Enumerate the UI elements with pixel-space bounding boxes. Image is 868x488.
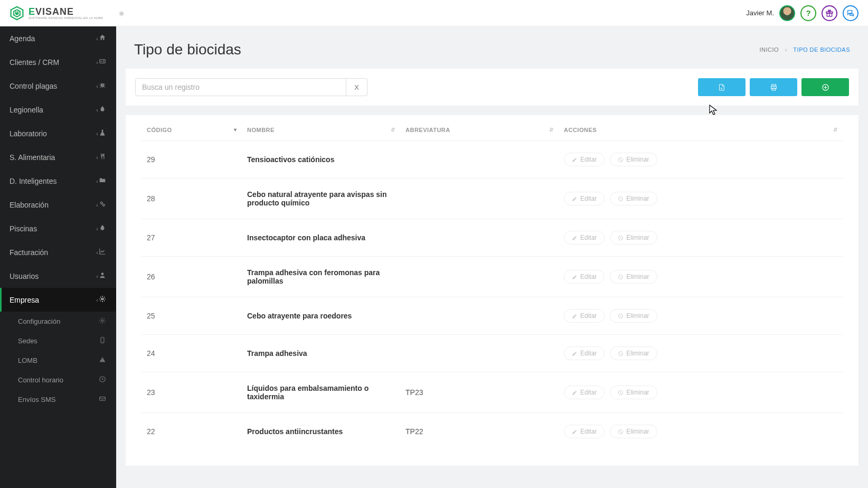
edit-button[interactable]: Editar: [564, 425, 605, 438]
sidebar-item-label: S. Alimentaria: [10, 153, 91, 162]
cell-name: Trampa adhesiva: [242, 335, 400, 372]
delete-button[interactable]: Eliminar: [610, 153, 657, 166]
breadcrumb-current[interactable]: TIPO DE BIOCIDAS: [793, 46, 850, 53]
chat-button[interactable]: [843, 5, 858, 21]
sidebar-item-clientes-crm[interactable]: Clientes / CRM ‹: [0, 50, 116, 74]
sidebar-subitem-env-os-sms[interactable]: Envíos SMS: [0, 390, 116, 409]
logo-text-rest: VISANE: [35, 6, 74, 17]
logo[interactable]: EVISANE SOFTWARE SANIDAD AMBIENTAL EN LA…: [10, 6, 103, 21]
cell-code: 22: [141, 413, 242, 451]
search-panel: X x: [126, 69, 858, 106]
search-input[interactable]: [135, 78, 346, 96]
svg-line-43: [619, 430, 622, 433]
svg-rect-20: [100, 397, 106, 401]
folder-icon: [98, 176, 107, 185]
sidebar-subitem-lomb[interactable]: LOMB: [0, 351, 116, 370]
cell-code: 23: [141, 372, 242, 413]
col-header-actions[interactable]: ACCIONES⇵: [559, 115, 843, 141]
svg-line-29: [619, 158, 622, 161]
sidebar-item-piscinas[interactable]: Piscinas ‹: [0, 217, 116, 240]
sort-icon: ⇵: [549, 127, 554, 133]
cell-code: 29: [141, 141, 242, 179]
clock-icon: [98, 376, 107, 384]
gear-icon: [98, 317, 107, 326]
svg-point-7: [101, 61, 102, 62]
delete-button[interactable]: Eliminar: [610, 270, 657, 284]
avatar[interactable]: [779, 5, 795, 21]
sidebar-subitem-control-horario[interactable]: Control horario: [0, 370, 116, 390]
sidebar-subitem-sedes[interactable]: Sedes: [0, 331, 116, 351]
sidebar-item-d-inteligentes[interactable]: D. Inteligentes ‹: [0, 169, 116, 193]
svg-point-13: [103, 204, 105, 207]
delete-button[interactable]: Eliminar: [610, 425, 657, 438]
card-icon: [98, 58, 107, 67]
delete-button[interactable]: Eliminar: [610, 192, 657, 205]
sidebar-item-legionella[interactable]: Legionella ‹: [0, 98, 116, 121]
col-header-name[interactable]: NOMBRE⇵: [242, 115, 400, 141]
cell-code: 25: [141, 297, 242, 335]
sort-icon: ⇵: [391, 127, 395, 133]
user-icon: [98, 271, 107, 280]
export-excel-button[interactable]: x: [698, 78, 746, 96]
sidebar-subitem-configuraci-n[interactable]: Configuración: [0, 312, 116, 331]
sidebar-item-s-alimentaria[interactable]: S. Alimentaria ‹: [0, 145, 116, 169]
sidebar-toggle-icon[interactable]: ◉: [119, 10, 124, 17]
edit-button[interactable]: Editar: [564, 309, 605, 323]
svg-line-39: [619, 352, 622, 355]
gears-icon: [98, 200, 107, 209]
delete-button[interactable]: Eliminar: [610, 346, 657, 360]
sort-icon: ⇵: [833, 127, 838, 133]
print-icon: [770, 83, 778, 91]
edit-button[interactable]: Editar: [564, 231, 605, 245]
edit-button[interactable]: Editar: [564, 192, 605, 205]
cell-abbr: [400, 297, 559, 335]
cell-abbr: TP23: [400, 372, 559, 413]
cell-code: 28: [141, 179, 242, 219]
sidebar-item-laboratorio[interactable]: Laboratorio ‹: [0, 121, 116, 145]
sidebar-item-empresa[interactable]: Empresa ‹: [0, 288, 116, 312]
edit-button[interactable]: Editar: [564, 346, 605, 360]
delete-button[interactable]: Eliminar: [610, 231, 657, 245]
svg-line-31: [619, 197, 622, 200]
breadcrumb: INICIO › TIPO DE BIOCIDAS: [759, 46, 850, 53]
print-button[interactable]: [750, 78, 797, 96]
delete-button[interactable]: Eliminar: [610, 309, 657, 323]
sidebar-item-label: Laboratorio: [10, 129, 91, 138]
edit-button[interactable]: Editar: [564, 386, 605, 399]
bug-icon: [98, 81, 107, 90]
cell-code: 26: [141, 257, 242, 297]
sidebar-item-label: Control plagas: [10, 82, 91, 90]
cell-name: Líquidos para embalsamamiento o taxiderm…: [242, 372, 400, 413]
col-header-code[interactable]: CÓDIGO▾: [141, 115, 242, 141]
cell-name: Cebo natural atrayente para avispas sin …: [242, 179, 400, 219]
table-row: 23 Líquidos para embalsamamiento o taxid…: [141, 372, 843, 413]
cell-code: 24: [141, 335, 242, 372]
sidebar-item-control-plagas[interactable]: Control plagas ‹: [0, 74, 116, 98]
cell-name: Cebo atrayente para roedores: [242, 297, 400, 335]
excel-icon: x: [718, 83, 726, 91]
edit-button[interactable]: Editar: [564, 153, 605, 166]
sidebar-item-usuarios[interactable]: Usuarios ‹: [0, 264, 116, 288]
add-button[interactable]: [801, 78, 849, 96]
col-header-abbr[interactable]: ABREVIATURA⇵: [400, 115, 559, 141]
table-row: 26 Trampa adhesiva con feromonas para pa…: [141, 257, 843, 297]
edit-button[interactable]: Editar: [564, 270, 605, 284]
sidebar-item-facturaci-n[interactable]: Facturación ‹: [0, 240, 116, 264]
clear-search-button[interactable]: X: [346, 78, 367, 96]
sidebar-item-agenda[interactable]: Agenda ‹: [0, 26, 116, 50]
sidebar-subitem-label: Envíos SMS: [18, 396, 56, 403]
delete-button[interactable]: Eliminar: [610, 386, 657, 399]
sidebar-item-label: Clientes / CRM: [10, 58, 91, 67]
sidebar-item-elaboraci-n[interactable]: Elaboración ‹: [0, 193, 116, 217]
cell-code: 27: [141, 219, 242, 257]
svg-line-37: [619, 314, 622, 317]
user-name[interactable]: Javier M.: [746, 9, 774, 17]
cell-abbr: [400, 257, 559, 297]
breadcrumb-home[interactable]: INICIO: [759, 46, 779, 53]
drop-icon: [98, 105, 107, 114]
svg-text:x: x: [721, 87, 723, 90]
table-row: 22 Productos antiincrustantes TP22 Edita…: [141, 413, 843, 451]
gift-button[interactable]: [822, 5, 837, 21]
help-button[interactable]: ?: [800, 5, 816, 21]
food-icon: [98, 153, 107, 162]
